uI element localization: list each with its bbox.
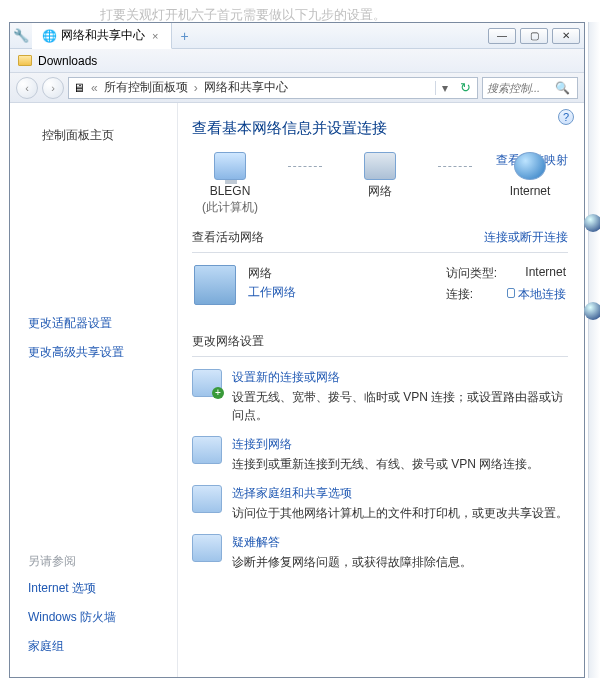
main-pane: ? 查看基本网络信息并设置连接 查看完整映射 BLEGN (此计算机) 网络 I… [178,103,584,677]
refresh-icon[interactable]: ↻ [454,80,477,95]
map-link-1-icon [288,166,322,167]
breadcrumb-seg-1[interactable]: 所有控制面板项 [100,79,192,96]
sidebar-advanced-sharing[interactable]: 更改高级共享设置 [28,344,167,361]
wrench-icon: 🔧 [10,28,32,43]
task-title[interactable]: 连接到网络 [232,436,539,453]
navbar: ‹ › 🖥 « 所有控制面板项 › 网络和共享中心 ▾ ↻ 🔍 [10,73,584,103]
connection-link[interactable]: 本地连接 [507,286,566,305]
close-button[interactable]: ✕ [552,28,580,44]
connection-label: 连接: [446,286,497,305]
folder-icon [18,55,32,66]
divider [192,356,568,357]
change-settings-title: 更改网络设置 [192,333,264,350]
network-name: 网络 [248,265,296,282]
minimize-button[interactable]: — [488,28,516,44]
troubleshoot-icon [192,534,222,562]
access-type-label: 访问类型: [446,265,497,284]
active-network-block: 网络 工作网络 访问类型: Internet 连接: 本地连接 [192,261,568,315]
connect-network-icon [192,436,222,464]
node-network-label: 网络 [368,184,392,200]
task-title[interactable]: 设置新的连接或网络 [232,369,568,386]
task-connect-network[interactable]: 连接到网络 连接到或重新连接到无线、有线、拨号或 VPN 网络连接。 [192,436,568,473]
browser-tab[interactable]: 🌐 网络和共享中心 × [32,23,172,49]
breadcrumb-seg-2[interactable]: 网络和共享中心 [200,79,292,96]
sidebar-internet-options[interactable]: Internet 选项 [28,580,167,597]
breadcrumb-sep-icon: « [89,81,100,95]
sidebar: 控制面板主页 更改适配器设置 更改高级共享设置 另请参阅 Internet 选项… [10,103,178,677]
globe-icon [514,152,546,180]
control-panel-icon: 🖥 [69,81,89,95]
task-homegroup-sharing[interactable]: 选择家庭组和共享选项 访问位于其他网络计算机上的文件和打印机，或更改共享设置。 [192,485,568,522]
globe-icon: 🌐 [42,29,57,43]
node-network: 网络 [344,152,416,200]
node-computer-sub: (此计算机) [202,200,258,216]
page-heading: 查看基本网络信息并设置连接 [192,119,568,138]
server-icon [364,152,396,180]
access-type-value: Internet [507,265,566,284]
chevron-right-icon: › [192,81,200,95]
map-link-2-icon [438,166,472,167]
node-computer-label: BLEGN [210,184,251,200]
edge-orb-icon [584,214,600,232]
nic-icon [507,288,515,298]
maximize-button[interactable]: ▢ [520,28,548,44]
network-large-icon [194,265,236,305]
node-internet-label: Internet [510,184,551,200]
tab-close-icon[interactable]: × [149,30,161,42]
window-frame: 🔧 🌐 网络和共享中心 × + — ▢ ✕ Downloads ‹ › 🖥 « … [9,22,585,678]
computer-icon [214,152,246,180]
sidebar-firewall[interactable]: Windows 防火墙 [28,609,167,626]
task-setup-connection[interactable]: 设置新的连接或网络 设置无线、宽带、拨号、临时或 VPN 连接；或设置路由器或访… [192,369,568,424]
search-icon[interactable]: 🔍 [551,81,574,95]
edge-orb-icon [584,302,600,320]
search-box[interactable]: 🔍 [482,77,578,99]
task-desc: 诊断并修复网络问题，或获得故障排除信息。 [232,555,472,569]
task-desc: 设置无线、宽带、拨号、临时或 VPN 连接；或设置路由器或访问点。 [232,390,563,422]
connect-disconnect-link[interactable]: 连接或断开连接 [484,229,568,246]
task-title[interactable]: 选择家庭组和共享选项 [232,485,568,502]
tab-title: 网络和共享中心 [61,27,145,44]
active-networks-title: 查看活动网络 [192,229,264,246]
sidebar-home[interactable]: 控制面板主页 [28,117,167,303]
search-input[interactable] [483,82,551,94]
back-button[interactable]: ‹ [16,77,38,99]
sidebar-adapter-settings[interactable]: 更改适配器设置 [28,315,167,332]
breadcrumb[interactable]: 🖥 « 所有控制面板项 › 网络和共享中心 ▾ ↻ [68,77,478,99]
task-troubleshoot[interactable]: 疑难解答 诊断并修复网络问题，或获得故障排除信息。 [192,534,568,571]
task-title[interactable]: 疑难解答 [232,534,472,551]
forward-button[interactable]: › [42,77,64,99]
right-edge-strip [588,22,600,678]
task-desc: 连接到或重新连接到无线、有线、拨号或 VPN 网络连接。 [232,457,539,471]
sidebar-see-also-label: 另请参阅 [28,553,167,570]
homegroup-icon [192,485,222,513]
divider [192,252,568,253]
network-map: 查看完整映射 BLEGN (此计算机) 网络 Internet [192,152,568,215]
new-tab-button[interactable]: + [172,28,196,44]
sidebar-homegroup[interactable]: 家庭组 [28,638,167,655]
titlebar: 🔧 🌐 网络和共享中心 × + — ▢ ✕ [10,23,584,49]
setup-connection-icon [192,369,222,397]
help-icon[interactable]: ? [558,109,574,125]
downloads-label: Downloads [38,54,97,68]
downloads-bar: Downloads [10,49,584,73]
network-type-link[interactable]: 工作网络 [248,284,296,301]
task-desc: 访问位于其他网络计算机上的文件和打印机，或更改共享设置。 [232,506,568,520]
node-this-computer: BLEGN (此计算机) [194,152,266,215]
breadcrumb-dropdown-icon[interactable]: ▾ [435,81,454,95]
